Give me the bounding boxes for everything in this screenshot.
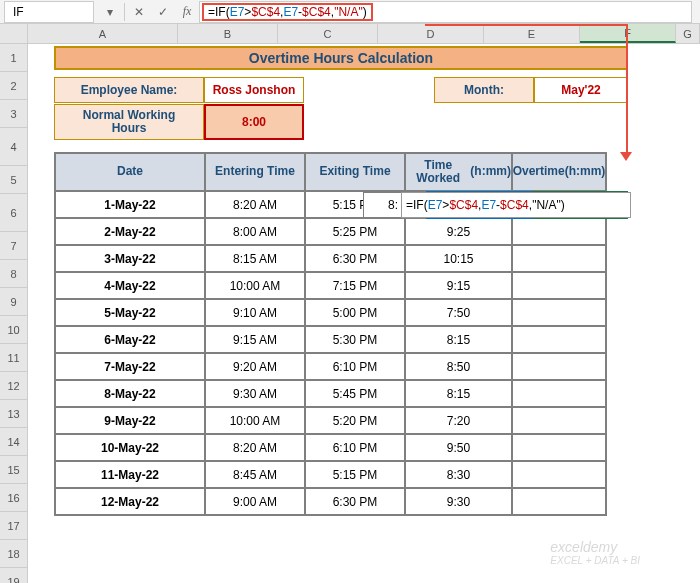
cell[interactable]: 9:10 AM [205,299,305,326]
cell[interactable] [512,218,606,245]
cell[interactable]: 8:20 AM [205,191,305,218]
cell[interactable]: 9:20 AM [205,353,305,380]
row-headers: 12345678910111213141516171819 [0,44,28,583]
col-header-d[interactable]: D [378,24,484,43]
table-row: 2-May-228:00 AM5:25 PM9:25 [55,218,606,245]
cell[interactable]: 6-May-22 [55,326,205,353]
cell[interactable]: 9:00 AM [205,488,305,515]
cell-e7-partial: 8: [363,192,403,218]
cell[interactable]: 4-May-22 [55,272,205,299]
cell[interactable] [512,407,606,434]
cell[interactable]: 1-May-22 [55,191,205,218]
row-header-15[interactable]: 15 [0,456,28,484]
cell[interactable]: 9-May-22 [55,407,205,434]
cell[interactable]: 6:30 PM [305,488,405,515]
cell[interactable]: 7:50 [405,299,512,326]
cell[interactable]: 10-May-22 [55,434,205,461]
col-header-c[interactable]: C [278,24,378,43]
cell[interactable] [512,299,606,326]
cell[interactable]: 9:30 AM [205,380,305,407]
dropdown-icon[interactable]: ▾ [98,1,122,23]
cell[interactable]: 10:00 AM [205,272,305,299]
cell[interactable] [512,353,606,380]
cell[interactable] [512,488,606,515]
row-header-17[interactable]: 17 [0,512,28,540]
row-header-1[interactable]: 1 [0,44,28,72]
cell[interactable]: 7-May-22 [55,353,205,380]
cell[interactable]: 10:15 [405,245,512,272]
row-header-8[interactable]: 8 [0,260,28,288]
cell[interactable] [512,380,606,407]
row-header-4[interactable]: 4 [0,128,28,166]
cell[interactable] [512,245,606,272]
cell[interactable] [512,461,606,488]
cell[interactable]: 8:45 AM [205,461,305,488]
cell[interactable]: 12-May-22 [55,488,205,515]
col-header-a[interactable]: A [28,24,178,43]
row-header-7[interactable]: 7 [0,232,28,260]
row-header-2[interactable]: 2 [0,72,28,100]
col-header-g[interactable]: G [676,24,700,43]
normal-hours-value[interactable]: 8:00 [204,104,304,140]
cell[interactable] [512,434,606,461]
formula-input[interactable]: =IF(E7>$C$4,E7-$C$4,"N/A") [199,1,692,23]
cell[interactable]: 9:25 [405,218,512,245]
cancel-icon[interactable]: ✕ [127,1,151,23]
cell[interactable]: 6:10 PM [305,434,405,461]
enter-icon[interactable]: ✓ [151,1,175,23]
formula-bar: IF ▾ ✕ ✓ fx =IF(E7>$C$4,E7-$C$4,"N/A") [0,0,700,24]
cell[interactable]: 8:30 [405,461,512,488]
cell[interactable]: 5:00 PM [305,299,405,326]
cell[interactable]: 5:15 PM [305,461,405,488]
cell[interactable]: 11-May-22 [55,461,205,488]
cell[interactable]: 7:15 PM [305,272,405,299]
row-header-6[interactable]: 6 [0,194,28,232]
normal-hours-label: Normal Working Hours [54,104,204,140]
cell[interactable]: 8:15 [405,326,512,353]
cell[interactable]: 3-May-22 [55,245,205,272]
month-value[interactable]: May'22 [534,77,628,103]
cell[interactable]: 5:25 PM [305,218,405,245]
col-header-f[interactable]: F [580,24,676,43]
cell[interactable] [512,326,606,353]
cell[interactable]: 8:00 AM [205,218,305,245]
cell[interactable]: 7:20 [405,407,512,434]
row-header-5[interactable]: 5 [0,166,28,194]
cell[interactable]: 6:10 PM [305,353,405,380]
row-header-9[interactable]: 9 [0,288,28,316]
row-header-12[interactable]: 12 [0,372,28,400]
row-header-3[interactable]: 3 [0,100,28,128]
cell[interactable]: 8:50 [405,353,512,380]
name-box[interactable]: IF [4,1,94,23]
cell-f7-editing[interactable]: =IF(E7>$C$4,E7-$C$4,"N/A") [401,192,631,218]
row-header-11[interactable]: 11 [0,344,28,372]
fx-icon[interactable]: fx [175,1,199,23]
cell[interactable]: 9:30 [405,488,512,515]
cell[interactable]: 9:15 [405,272,512,299]
col-header-e[interactable]: E [484,24,580,43]
select-all-corner[interactable] [0,24,28,43]
row-header-13[interactable]: 13 [0,400,28,428]
cell[interactable]: 8-May-22 [55,380,205,407]
row-header-18[interactable]: 18 [0,540,28,568]
cell[interactable]: 8:15 AM [205,245,305,272]
row-header-14[interactable]: 14 [0,428,28,456]
cell[interactable]: 5:45 PM [305,380,405,407]
row-header-10[interactable]: 10 [0,316,28,344]
cell[interactable]: 5-May-22 [55,299,205,326]
cell[interactable]: 2-May-22 [55,218,205,245]
cell[interactable]: 10:00 AM [205,407,305,434]
cell[interactable]: 9:50 [405,434,512,461]
col-header-b[interactable]: B [178,24,278,43]
cell[interactable]: 9:15 AM [205,326,305,353]
cell[interactable]: 6:30 PM [305,245,405,272]
cell[interactable]: 8:15 [405,380,512,407]
cell[interactable]: 5:20 PM [305,407,405,434]
row-header-16[interactable]: 16 [0,484,28,512]
employee-name-value[interactable]: Ross Jonshon [204,77,304,103]
cell[interactable] [512,272,606,299]
table-row: 10-May-228:20 AM6:10 PM9:50 [55,434,606,461]
row-header-19[interactable]: 19 [0,568,28,583]
cell[interactable]: 8:20 AM [205,434,305,461]
cell[interactable]: 5:30 PM [305,326,405,353]
